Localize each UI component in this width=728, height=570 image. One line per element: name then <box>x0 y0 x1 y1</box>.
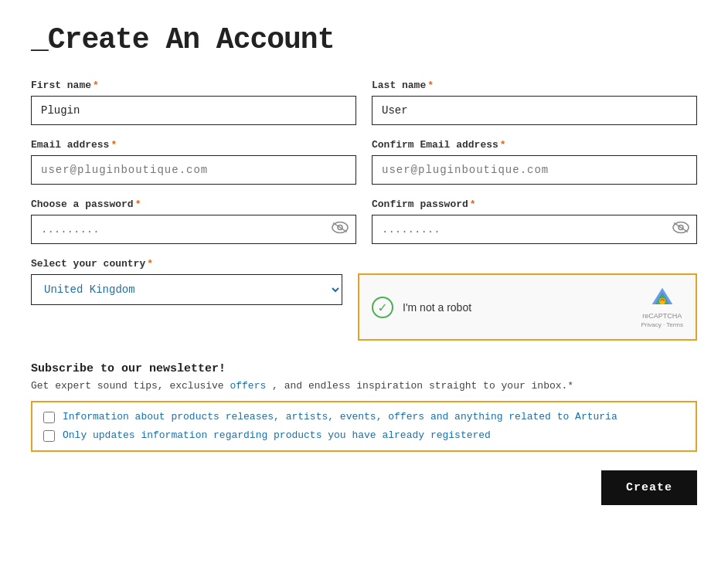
newsletter-checkbox-1-label[interactable]: Information about products releases, art… <box>63 410 617 424</box>
newsletter-subtitle-start: Get expert sound tips, exclusive <box>31 380 224 392</box>
newsletter-checkbox-section: Information about products releases, art… <box>31 401 697 452</box>
confirm-email-group: Confirm Email address* <box>372 139 697 185</box>
confirm-password-wrapper <box>372 215 697 244</box>
newsletter-checkbox-2-label[interactable]: Only updates information regarding produ… <box>63 429 491 443</box>
name-row: First name* Last name* <box>31 80 697 125</box>
newsletter-subtitle: Get expert sound tips, exclusive offers … <box>31 380 697 392</box>
captcha-checkmark: ✓ <box>372 297 393 318</box>
password-row: Choose a password* Confirm password* <box>31 198 697 244</box>
first-name-input[interactable] <box>31 96 356 125</box>
last-name-group: Last name* <box>372 80 697 125</box>
captcha-left: ✓ I'm not a robot <box>372 297 471 318</box>
newsletter-section: Subscribe to our newsletter! Get expert … <box>31 362 697 452</box>
email-label: Email address* <box>31 139 356 151</box>
first-name-group: First name* <box>31 80 356 125</box>
password-group: Choose a password* <box>31 198 356 244</box>
confirm-email-label: Confirm Email address* <box>372 139 697 151</box>
svg-line-2 <box>333 223 347 232</box>
page-title-text: _Create An Account <box>31 23 334 56</box>
last-name-label: Last name* <box>372 80 697 91</box>
recaptcha-brand: reCAPTCHA <box>642 312 682 320</box>
email-row: Email address* Confirm Email address* <box>31 139 697 185</box>
email-input[interactable] <box>31 155 356 185</box>
password-label: Choose a password* <box>31 198 356 210</box>
newsletter-checkbox-item-2: Only updates information regarding produ… <box>43 429 685 443</box>
newsletter-offers: offers <box>230 380 266 392</box>
first-name-label: First name* <box>31 80 356 91</box>
captcha-label: I'm not a robot <box>403 301 471 314</box>
bottom-row: Create <box>31 470 697 505</box>
confirm-password-input[interactable] <box>372 215 697 244</box>
password-input[interactable] <box>31 215 356 244</box>
confirm-password-label: Confirm password* <box>372 198 697 210</box>
country-group: Select your country* United Kingdom Unit… <box>31 258 342 305</box>
confirm-email-input[interactable] <box>372 155 697 185</box>
country-label: Select your country* <box>31 258 342 270</box>
last-name-input[interactable] <box>372 96 697 125</box>
captcha-right: reCAPTCHA Privacy · Terms <box>641 286 683 328</box>
svg-line-5 <box>674 223 688 232</box>
country-select[interactable]: United Kingdom United States France Germ… <box>31 274 342 305</box>
newsletter-checkbox-item-1: Information about products releases, art… <box>43 410 685 424</box>
newsletter-checkbox-2[interactable] <box>43 430 55 442</box>
newsletter-subtitle-end: , and endless inspiration straight to yo… <box>272 380 573 392</box>
create-button[interactable]: Create <box>601 470 697 505</box>
email-group: Email address* <box>31 139 356 185</box>
confirm-password-group: Confirm password* <box>372 198 697 244</box>
confirm-password-toggle-icon[interactable] <box>672 222 689 238</box>
password-toggle-icon[interactable] <box>332 222 349 238</box>
recaptcha-links: Privacy · Terms <box>641 321 683 328</box>
recaptcha-logo <box>650 286 675 310</box>
country-captcha-row: Select your country* United Kingdom Unit… <box>31 258 697 341</box>
newsletter-title: Subscribe to our newsletter! <box>31 362 697 375</box>
page-title: _Create An Account <box>31 23 697 56</box>
newsletter-checkbox-1[interactable] <box>43 412 55 423</box>
captcha-box[interactable]: ✓ I'm not a robot reCAPTCHA Privacy · Te… <box>358 273 697 341</box>
password-wrapper <box>31 215 356 244</box>
